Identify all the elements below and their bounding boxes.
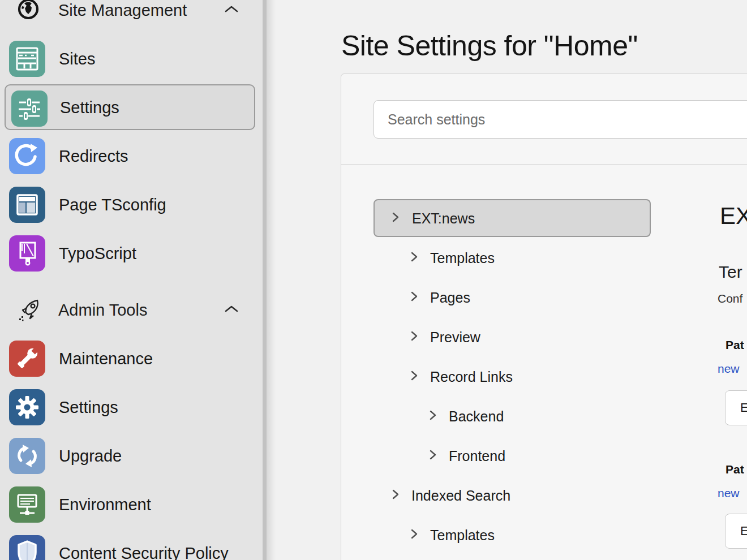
field-input[interactable] [725,514,747,549]
sidebar-item-label: Page TSconfig [59,196,166,214]
chevron-right-icon [410,528,418,542]
tree-item-ext-news[interactable]: EXT:news [392,207,652,230]
module-sidebar: Site Management [0,0,263,560]
sidebar-item-sites[interactable]: Sites [0,35,258,83]
tree-item-label: Frontend [449,448,505,464]
sidebar-item-settings-selected[interactable]: Settings [5,84,255,130]
field-input[interactable] [725,390,747,425]
panel-section-title: Ter [719,262,742,282]
tree-item-label: Pages [430,290,470,306]
shield-icon [9,535,45,560]
page-title: Site Settings for "Home" [341,29,638,62]
tree-item-pages[interactable]: Pages [410,286,648,309]
tree-item-label: Backend [449,408,504,425]
app-window: Site Management [0,0,747,560]
tree-item-label: Templates [430,250,495,266]
panel-description: Conf [718,292,742,305]
sidebar-item-label: Settings [59,398,118,417]
chevron-right-icon [392,212,400,225]
sliders-icon [11,91,48,127]
sidebar-item-label: Maintenance [59,350,153,368]
wrench-icon [9,341,45,377]
tree-item-frontend[interactable]: Frontend [429,445,650,467]
tree-item-label: Templates [430,527,495,544]
sidebar-item-upgrade[interactable]: Upgrade [0,432,258,480]
sidebar-item-typoscript[interactable]: TypoScript [0,229,258,278]
sidebar-item-label: Sites [59,50,95,68]
field-key-link[interactable]: new [718,486,740,500]
chevron-up-icon [224,304,239,316]
chevron-right-icon [429,410,437,423]
tree-item-indexed-search[interactable]: Indexed Search [392,484,652,507]
globe-icon [17,0,40,23]
tree-item-label: Indexed Search [411,488,510,504]
sidebar-item-label: Environment [59,496,151,514]
sites-icon [9,41,45,77]
server-icon [9,486,45,523]
chevron-right-icon [410,370,418,384]
chevron-right-icon [410,251,418,265]
chevron-right-icon [410,291,418,304]
splitter-shadow [267,0,276,560]
chevron-right-icon [410,330,418,344]
chevron-right-icon [429,449,437,463]
card-divider [341,164,747,165]
sidebar-item-label: Upgrade [59,447,122,466]
rocket-icon [17,295,44,325]
section-label: Admin Tools [58,301,147,320]
field-label: Pat [725,338,744,352]
field-label: Pat [725,463,744,476]
search-input[interactable] [374,100,747,139]
section-header-site-management[interactable]: Site Management [0,0,258,23]
tree-item-record-links[interactable]: Record Links [410,365,648,388]
redo-arrow-icon [9,138,45,174]
panel-heading: EX [720,203,747,230]
sidebar-item-environment[interactable]: Environment [0,480,258,529]
paint-brush-icon [9,235,45,272]
tree-item-label: Record Links [430,369,513,385]
sidebar-item-admin-settings[interactable]: Settings [0,383,258,432]
tree-item-backend[interactable]: Backend [429,405,650,428]
sidebar-item-label: TypoScript [59,244,136,263]
section-label: Site Management [58,1,187,20]
tree-item-label: EXT:news [412,210,475,227]
module-menu-scrollbar[interactable] [263,0,267,560]
field-key-link[interactable]: new [718,362,740,376]
page-layout-icon [9,187,45,223]
sidebar-item-label: Settings [60,98,119,117]
sidebar-item-redirects[interactable]: Redirects [0,132,258,180]
sidebar-item-label: Redirects [59,147,128,166]
chevron-right-icon [392,489,400,502]
tree-item-templates[interactable]: Templates [410,247,648,269]
chevron-up-icon [224,5,239,16]
section-header-admin-tools[interactable]: Admin Tools [0,298,258,322]
tree-item-label: Preview [430,329,480,346]
sidebar-item-page-tsconfig[interactable]: Page TSconfig [0,180,258,229]
tree-item-preview[interactable]: Preview [410,326,648,348]
refresh-cycle-icon [9,438,45,474]
tree-item-templates-2[interactable]: Templates [410,524,648,546]
sidebar-item-label: Content Security Policy [59,544,229,560]
sidebar-item-content-security-policy[interactable]: Content Security Policy [0,529,258,560]
sidebar-item-maintenance[interactable]: Maintenance [0,334,258,383]
gear-icon [9,389,45,425]
